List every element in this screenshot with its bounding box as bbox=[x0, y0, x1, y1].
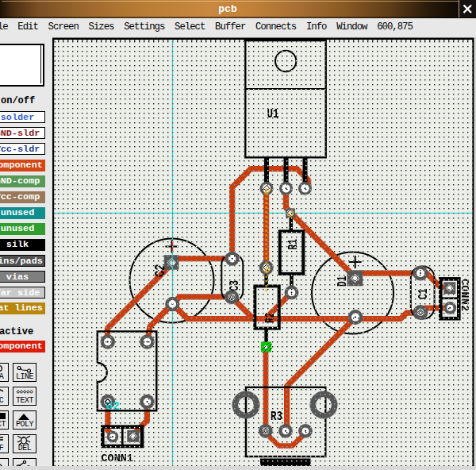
svg-text:R2: R2 bbox=[263, 313, 277, 323]
svg-text:C2: C2 bbox=[152, 264, 169, 277]
svg-text:R3: R3 bbox=[271, 409, 282, 423]
svg-text:R1: R1 bbox=[286, 239, 300, 249]
svg-text:C3: C3 bbox=[228, 280, 241, 291]
svg-text:C1: C1 bbox=[416, 289, 430, 299]
svg-text:CONN1: CONN1 bbox=[102, 453, 133, 464]
svg-text:U1: U1 bbox=[267, 106, 279, 121]
svg-text:D1: D1 bbox=[336, 276, 349, 287]
svg-text:CONN2: CONN2 bbox=[459, 279, 470, 311]
svg-text:U2: U2 bbox=[106, 400, 120, 413]
